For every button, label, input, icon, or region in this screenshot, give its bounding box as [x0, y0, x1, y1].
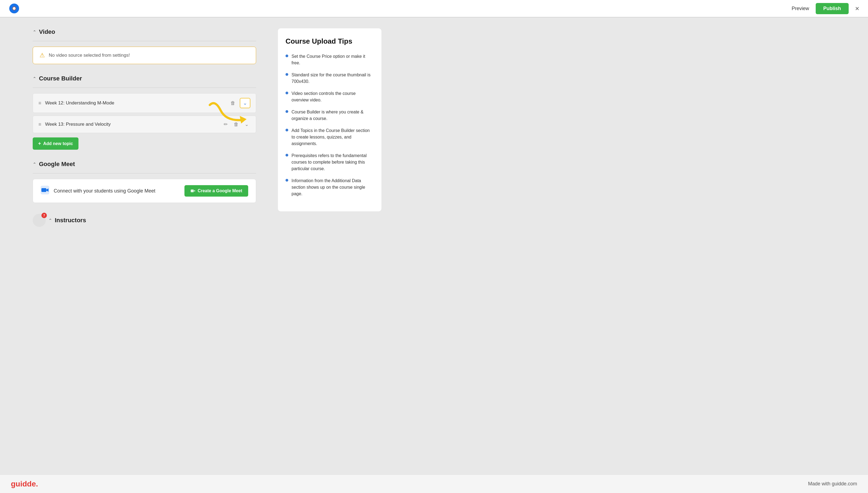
tip-dot [285, 154, 288, 156]
google-meet-header: ⌃ Google Meet [33, 160, 256, 168]
list-item: Course Builder is where you create & org… [285, 109, 374, 122]
bottom-bar: guidde. Made with guidde.com [0, 474, 868, 493]
instructors-section: 7 ⌃ Instructors [33, 214, 256, 227]
guidde-logo: guidde. [11, 480, 38, 488]
list-item: Set the Course Price option or make it f… [285, 53, 374, 66]
video-chevron-icon: ⌃ [33, 29, 36, 35]
topic-row: ≡ Week 12: Understanding M-Mode 🗑 ⌄ [33, 93, 256, 113]
badge-count: 7 [41, 213, 47, 218]
publish-button[interactable]: Publish [816, 3, 849, 14]
close-button[interactable]: × [855, 5, 859, 12]
instructor-badge: 7 [33, 214, 46, 227]
tip-dot [285, 73, 288, 76]
plus-icon: + [38, 141, 41, 146]
video-section-header: ⌃ Video [33, 28, 256, 36]
add-topic-label: Add new topic [43, 141, 73, 146]
topic-row-left: ≡ Week 13: Pressure and Velocity [39, 122, 111, 127]
tip-dot [285, 55, 288, 57]
topic-row-left: ≡ Week 12: Understanding M-Mode [39, 100, 114, 106]
tip-text: Video section controls the course overvi… [292, 90, 374, 103]
svg-rect-4 [41, 188, 46, 192]
guidde-logo-text: guidde. [11, 480, 38, 488]
instructors-chevron-icon: ⌃ [48, 218, 52, 223]
topbar-left [9, 3, 20, 14]
tip-dot [285, 92, 288, 94]
list-item: Video section controls the course overvi… [285, 90, 374, 103]
list-item: Add Topics in the Course Builder section… [285, 127, 374, 147]
list-item: Prerequisites refers to the fundamental … [285, 152, 374, 172]
topic-row-right-2: ✏ 🗑 ⌄ [222, 120, 250, 128]
instructors-header: 7 ⌃ Instructors [33, 214, 256, 227]
tip-text: Set the Course Price option or make it f… [292, 53, 374, 66]
right-column: Course Upload Tips Set the Course Price … [278, 28, 382, 464]
drag-handle-icon: ≡ [39, 122, 41, 127]
video-section: ⌃ Video ⚠ No video source selected from … [33, 28, 256, 64]
left-column: ⌃ Video ⚠ No video source selected from … [33, 28, 256, 464]
topic-title: Week 13: Pressure and Velocity [45, 122, 111, 127]
video-divider [33, 41, 256, 41]
tips-title: Course Upload Tips [285, 37, 374, 45]
instructors-title: Instructors [55, 217, 86, 224]
made-with-text: Made with guidde.com [808, 481, 857, 487]
google-meet-video-icon [41, 186, 49, 196]
google-meet-divider [33, 173, 256, 173]
create-google-meet-button[interactable]: Create a Google Meet [184, 185, 248, 197]
course-builder-title: Course Builder [39, 75, 82, 82]
topic-expand-button[interactable]: ⌄ [240, 98, 250, 108]
google-meet-left: Connect with your students using Google … [41, 186, 155, 196]
warning-icon: ⚠ [40, 52, 45, 59]
tips-box: Course Upload Tips Set the Course Price … [278, 28, 382, 211]
google-meet-box: Connect with your students using Google … [33, 179, 256, 203]
topic-title: Week 12: Understanding M-Mode [45, 100, 114, 106]
tip-text: Standard size for the course thumbnail i… [292, 72, 374, 85]
google-meet-title: Google Meet [39, 160, 75, 168]
guidde-logo-icon [9, 3, 20, 14]
add-new-topic-button[interactable]: + Add new topic [33, 137, 78, 150]
tip-dot [285, 129, 288, 131]
list-item: Standard size for the course thumbnail i… [285, 72, 374, 85]
course-builder-header: ⌃ Course Builder [33, 75, 256, 82]
svg-point-1 [13, 7, 16, 10]
topbar-right: Preview Publish × [792, 3, 859, 14]
google-meet-description: Connect with your students using Google … [54, 188, 155, 194]
video-section-title: Video [39, 28, 55, 36]
svg-rect-5 [191, 190, 194, 192]
main-content: ⌃ Video ⚠ No video source selected from … [0, 18, 868, 474]
tip-text: Prerequisites refers to the fundamental … [292, 152, 374, 172]
edit-topic-button[interactable]: ✏ [222, 120, 229, 128]
list-item: Information from the Additional Data sec… [285, 177, 374, 197]
topbar: Preview Publish × [0, 0, 868, 18]
preview-button[interactable]: Preview [792, 6, 809, 12]
course-builder-section: ⌃ Course Builder ≡ Week 12: Understandin… [33, 75, 256, 150]
chevron-down-icon: ⌄ [243, 100, 247, 106]
drag-handle-icon: ≡ [39, 100, 41, 106]
create-meet-label: Create a Google Meet [198, 188, 242, 193]
video-warning-text: No video source selected from settings! [49, 52, 130, 58]
tip-text: Course Builder is where you create & org… [292, 109, 374, 122]
topic-row-right: 🗑 ⌄ [229, 98, 250, 108]
tip-text: Add Topics in the Course Builder section… [292, 127, 374, 147]
video-warning-box: ⚠ No video source selected from settings… [33, 47, 256, 64]
tip-dot [285, 110, 288, 113]
delete-topic-button-2[interactable]: 🗑 [232, 121, 240, 128]
topic-row: ≡ Week 13: Pressure and Velocity ✏ 🗑 ⌄ [33, 115, 256, 133]
google-meet-chevron-icon: ⌃ [33, 162, 36, 167]
google-meet-section: ⌃ Google Meet Connect with your students… [33, 160, 256, 203]
course-builder-chevron-icon: ⌃ [33, 76, 36, 81]
delete-topic-button[interactable]: 🗑 [229, 99, 237, 107]
tip-dot [285, 179, 288, 181]
tips-list: Set the Course Price option or make it f… [285, 53, 374, 197]
meet-btn-icon [190, 188, 195, 193]
expand-topic-button[interactable]: ⌄ [243, 120, 250, 128]
tip-text: Information from the Additional Data sec… [292, 177, 374, 197]
